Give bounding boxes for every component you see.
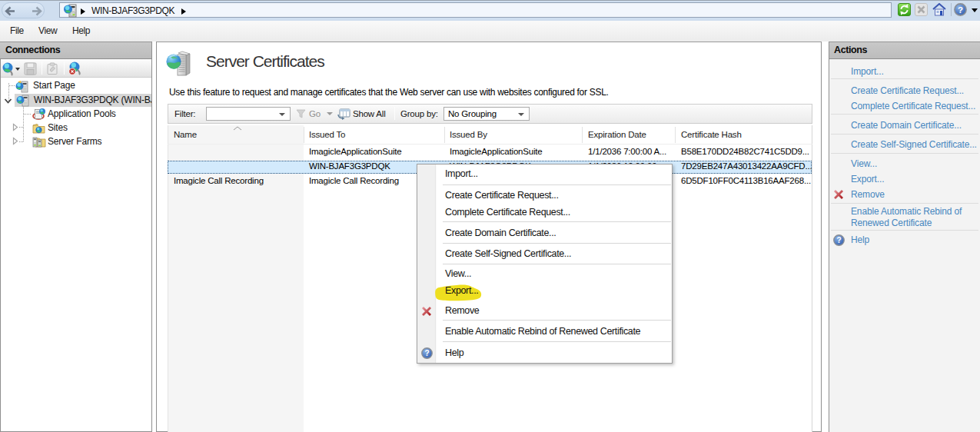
svg-text:?: ? [958, 5, 963, 15]
svg-text:?: ? [424, 349, 429, 357]
svg-text:?: ? [836, 236, 841, 244]
